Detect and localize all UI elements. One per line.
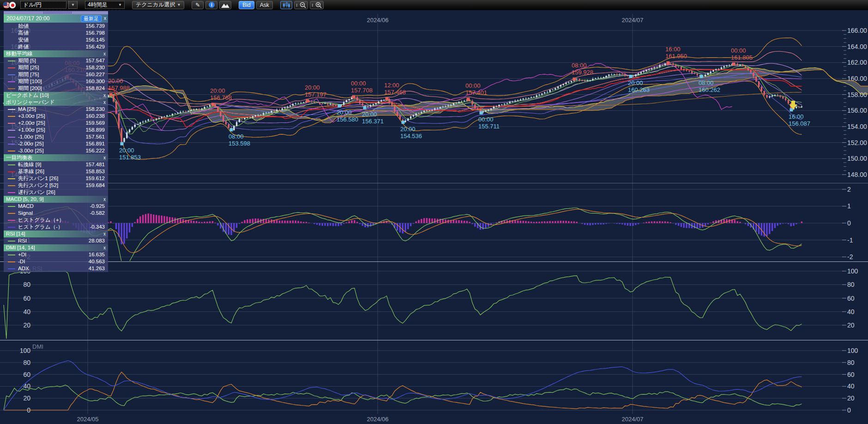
- panel-section-header: DMI [14, 14]x: [4, 244, 108, 251]
- svg-text:20: 20: [847, 394, 855, 402]
- row-label: 期間 [25]: [18, 65, 39, 71]
- ask-toggle-button[interactable]: Ask: [256, 1, 273, 9]
- svg-text:20:00: 20:00: [400, 126, 416, 133]
- svg-text:2024/07: 2024/07: [622, 416, 644, 423]
- line-color-swatch: [8, 227, 15, 228]
- row-label: 基準線 [26]: [18, 169, 44, 175]
- row-value: 156.429: [85, 44, 108, 50]
- line-color-swatch: [8, 109, 15, 110]
- svg-text:0: 0: [847, 219, 851, 227]
- panel-row: 期間 [5]157.547: [4, 57, 108, 64]
- panel-row: ヒストグラム（-）-0.343: [4, 224, 108, 230]
- svg-text:08:00: 08:00: [699, 79, 714, 86]
- row-label: +DI: [18, 252, 26, 258]
- row-value: 156.798: [85, 30, 108, 36]
- row-label: 遅行スパン [26]: [18, 190, 55, 195]
- toolbar: ドル/円 ▼ 4時間足 ▼ テクニカル選択 ▼ ✎ i Bid: [0, 0, 868, 10]
- row-label: +2.00σ [25]: [18, 121, 45, 126]
- svg-text:60: 60: [847, 295, 855, 302]
- candle-chart-icon: [282, 2, 290, 8]
- close-icon[interactable]: x: [104, 16, 106, 21]
- panel-body: 始値156.739高値156.798安値156.145終値156.429移動平均…: [4, 23, 108, 272]
- bottom-marker: [629, 75, 633, 78]
- timeframe-select[interactable]: 4時間足 ▼: [85, 1, 125, 9]
- zoom-in-button[interactable]: ↕: [310, 1, 324, 9]
- close-icon[interactable]: x: [103, 100, 108, 105]
- mountain-icon: [221, 2, 229, 8]
- zoom-out-button[interactable]: ↕: [294, 1, 308, 9]
- candlestick-style-button[interactable]: [280, 1, 292, 9]
- chart-canvas[interactable]: 166.00166.00164.00164.00162.00162.00160.…: [0, 0, 868, 424]
- technical-select-button[interactable]: テクニカル選択 ▼: [132, 1, 184, 9]
- line-color-swatch: [8, 67, 15, 68]
- line-color-swatch: [8, 254, 15, 255]
- row-value: -0.582: [90, 211, 108, 216]
- chevron-down-icon: ▼: [71, 3, 75, 7]
- panel-scroll-strip[interactable]: [4, 11, 108, 14]
- section-title: 移動平均線: [6, 51, 33, 57]
- row-value: -0.925: [90, 204, 108, 209]
- svg-text:80: 80: [23, 281, 30, 288]
- latest-candle-badge[interactable]: 最新足: [81, 15, 102, 22]
- row-label: +3.00σ [25]: [18, 114, 45, 119]
- line-color-swatch: [8, 213, 15, 214]
- row-label: -3.00σ [25]: [18, 148, 44, 154]
- row-value: 157.547: [85, 58, 108, 64]
- close-icon[interactable]: x: [103, 232, 108, 236]
- row-value: 16.635: [89, 252, 108, 258]
- row-value: 160.227: [85, 72, 108, 78]
- svg-text:00:00: 00:00: [478, 116, 494, 123]
- info-button[interactable]: i: [205, 1, 217, 9]
- panel-section-header: ボリンジャーバンドx: [4, 99, 108, 106]
- close-icon[interactable]: x: [103, 93, 108, 98]
- line-color-swatch: [8, 88, 15, 89]
- ask-label: Ask: [260, 2, 269, 8]
- chart-style-mountain-button[interactable]: [219, 1, 231, 9]
- chevron-down-icon: ▼: [118, 3, 122, 7]
- svg-text:164.00: 164.00: [847, 43, 867, 50]
- close-icon[interactable]: x: [103, 197, 108, 202]
- section-title: RSI [14]: [6, 231, 25, 237]
- currency-pair-dropdown-button[interactable]: ▼: [68, 1, 78, 9]
- svg-text:20:00: 20:00: [337, 109, 352, 116]
- row-value: 160.300: [85, 79, 108, 85]
- svg-text:12:00: 12:00: [384, 82, 399, 89]
- line-color-swatch: [8, 130, 15, 131]
- svg-text:1: 1: [847, 202, 851, 210]
- svg-text:157.988: 157.988: [108, 85, 130, 91]
- panel-row: RSI28.083: [4, 237, 108, 244]
- line-color-swatch: [8, 268, 15, 269]
- panel-row: 期間 [25]158.230: [4, 64, 108, 71]
- zoom-in-icon: [315, 2, 322, 8]
- panel-row: 期間 [100]160.300: [4, 78, 108, 85]
- currency-pair-label: ドル/円: [23, 1, 42, 9]
- panel-row: +3.00σ [25]160.238: [4, 113, 108, 120]
- bottom-marker: [480, 111, 483, 115]
- bid-toggle-button[interactable]: Bid: [239, 1, 254, 9]
- line-color-swatch: [8, 171, 15, 172]
- svg-text:157.468: 157.468: [384, 89, 406, 96]
- row-label: 安値: [4, 37, 29, 43]
- svg-text:100: 100: [847, 347, 858, 354]
- row-value: 159.612: [85, 176, 108, 182]
- close-icon[interactable]: x: [103, 246, 108, 250]
- row-label: +1.00σ [25]: [18, 127, 45, 133]
- bottom-marker: [338, 104, 341, 108]
- draw-tool-button[interactable]: ✎: [192, 1, 204, 9]
- line-color-swatch: [8, 192, 15, 193]
- currency-pair-select[interactable]: ドル/円: [20, 1, 66, 9]
- svg-text:156.371: 156.371: [362, 118, 384, 125]
- close-icon[interactable]: x: [103, 52, 108, 56]
- svg-text:20:00: 20:00: [362, 111, 377, 118]
- line-color-swatch: [8, 164, 15, 165]
- line-color-swatch: [8, 178, 15, 179]
- svg-text:156.087: 156.087: [789, 120, 810, 127]
- close-icon[interactable]: x: [103, 156, 108, 160]
- bottom-marker: [700, 75, 703, 78]
- row-value: 28.083: [89, 238, 108, 244]
- bottom-marker: [790, 108, 793, 111]
- svg-text:08:00: 08:00: [229, 133, 244, 140]
- row-label: -1.00σ [25]: [18, 134, 44, 140]
- panel-row: 期間 [75]160.227: [4, 71, 108, 78]
- panel-row: 転換線 [9]157.481: [4, 161, 108, 168]
